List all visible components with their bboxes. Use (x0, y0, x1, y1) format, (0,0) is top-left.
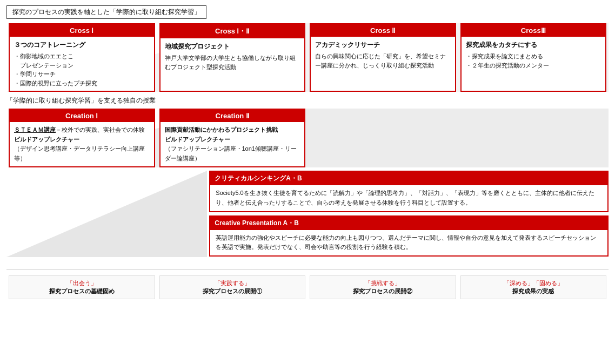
creation-1-underline: ＳＴＥＡＭ講座 (14, 126, 56, 133)
cross-box-1: Cross Ⅰ ３つのコアトレーニング ・御影地域のエエとこ プレゼンテーション… (9, 23, 155, 92)
footer-1-bottom: 探究プロセスの基礎固め (11, 287, 152, 295)
creation-1-rest: －校外での実践、実社会での体験 (56, 126, 145, 133)
cross-2-body: アカデミックリサーチ 自らの興味関心に応じた「研究」を、希望セミナー講座に分かれ… (311, 37, 455, 73)
cross-1-line-1: ・御影地域のエエとこ (14, 52, 150, 61)
cross-3-line-2: ・２年生の探究活動のメンター (466, 61, 601, 70)
lower-section: クリティカルシンキングA・B Society5.0を生き抜く生徒を育てるために「… (6, 171, 609, 259)
cross-3-line-1: ・探究成果を論文にまとめる (466, 52, 601, 61)
footer-labels: 「出会う」 探究プロセスの基礎固め 「実践する」 探究プロセスの展開① 「挑戦す… (6, 269, 609, 299)
cross-3-body: 探究成果をカタチにする ・探究成果を論文にまとめる ・２年生の探究活動のメンター (462, 37, 606, 73)
footer-item-1: 「出会う」 探究プロセスの基礎固め (9, 275, 155, 299)
creation-2-subtitle: ビルドアップレクチャー (165, 135, 300, 145)
cross-1-2-title: 地域探究プロジェクト (165, 42, 300, 51)
cross-3-title: 探究成果をカタチにする (466, 40, 601, 50)
creation-box-1: Creation Ⅰ ＳＴＥＡＭ講座－校外での実践、実社会での体験 ビルドアップ… (9, 109, 155, 167)
creation-2-sub-detail: （ファシリテーション講座・1on1傾聴講座・リーダー論講座） (165, 144, 300, 163)
cross-1-header: Cross Ⅰ (10, 24, 154, 37)
main-container: 探究のプロセスの実践を軸とした「学際的に取り組む探究学習」 Cross Ⅰ ３つ… (0, 0, 615, 305)
critical-thinking-box: クリティカルシンキングA・B Society5.0を生き抜く生徒を育てるために「… (209, 171, 609, 212)
cross-1-line-3: ・学問リサーチ (14, 70, 150, 79)
footer-item-3: 「挑戦する」 探究プロセスの展開② (310, 275, 456, 299)
creation-2-header: Creation Ⅱ (161, 110, 305, 122)
creation-right-space (308, 109, 609, 167)
cross-1-2-body: 地域探究プロジェクト 神戸大学文学部の大学生とも協働しながら取り組むプロジェクト… (161, 38, 305, 75)
middle-label: 「学際的に取り組む探究学習」を支える独自の授業 (6, 96, 609, 105)
cross-section: Cross Ⅰ ３つのコアトレーニング ・御影地域のエエとこ プレゼンテーション… (6, 23, 609, 92)
creation-box-2: Creation Ⅱ 国際貢献活動にかかわるプロジェクト挑戦 ビルドアップレクチ… (159, 109, 306, 167)
cross-box-2: Cross Ⅱ アカデミックリサーチ 自らの興味関心に応じた「研究」を、希望セミ… (310, 23, 456, 92)
cross-1-2-header: Cross Ⅰ・Ⅱ (161, 24, 305, 38)
creation-1-body: ＳＴＥＡＭ講座－校外での実践、実社会での体験 ビルドアップレクチャー （デザイン… (10, 122, 154, 166)
creation-1-sub-detail: （デザイン思考講座・データリテラシー向上講座 等） (14, 144, 150, 163)
top-label: 探究のプロセスの実践を軸とした「学際的に取り組む探究学習」 (6, 5, 206, 19)
cross-2-text: 自らの興味関心に応じた「研究」を、希望セミナー講座に分かれ、じっくり取り組む探究… (315, 52, 451, 70)
footer-4-top: 「深める」「固める」 (463, 279, 604, 287)
lower-left-diagonal (6, 171, 207, 259)
creation-1-subtitle: ビルドアップレクチャー (14, 135, 150, 145)
cross-1-line-2: プレゼンテーション (14, 61, 150, 70)
creation-2-title: 国際貢献活動にかかわるプロジェクト挑戦 (165, 125, 300, 135)
creative-presentation-header: Creative Presentation A・B (210, 217, 607, 230)
cross-2-header: Cross Ⅱ (311, 24, 455, 37)
creation-1-header: Creation Ⅰ (10, 110, 154, 122)
cross-2-title: アカデミックリサーチ (315, 40, 451, 50)
cross-grid: Cross Ⅰ ３つのコアトレーニング ・御影地域のエエとこ プレゼンテーション… (6, 23, 609, 92)
creation-1-main-text: ＳＴＥＡＭ講座－校外での実践、実社会での体験 (14, 125, 150, 135)
cross-box-3: CrossⅢ 探究成果をカタチにする ・探究成果を論文にまとめる ・２年生の探究… (460, 23, 607, 92)
critical-thinking-header: クリティカルシンキングA・B (210, 172, 607, 185)
cross-box-1-2: Cross Ⅰ・Ⅱ 地域探究プロジェクト 神戸大学文学部の大学生とも協働しながら… (159, 23, 306, 92)
footer-item-4: 「深める」「固める」 探究成果の実感 (460, 275, 607, 299)
cross-1-2-text: 神戸大学文学部の大学生とも協働しながら取り組むプロジェクト型探究活動 (165, 53, 300, 71)
cross-3-header: CrossⅢ (462, 24, 606, 37)
creation-2-body: 国際貢献活動にかかわるプロジェクト挑戦 ビルドアップレクチャー （ファシリテーシ… (161, 122, 305, 166)
creative-presentation-body: 英語運用能力の強化やスピーチに必要な能力の向上も図りつつ、選んだテーマに関し、情… (210, 230, 607, 255)
creative-presentation-box: Creative Presentation A・B 英語運用能力の強化やスピーチ… (209, 215, 609, 257)
footer-3-bottom: 探究プロセスの展開② (312, 287, 453, 295)
lower-right-boxes: クリティカルシンキングA・B Society5.0を生き抜く生徒を育てるために「… (209, 171, 609, 259)
footer-2-top: 「実践する」 (162, 279, 303, 287)
cross-1-title: ３つのコアトレーニング (14, 40, 150, 50)
creation-row: Creation Ⅰ ＳＴＥＡＭ講座－校外での実践、実社会での体験 ビルドアップ… (6, 109, 609, 167)
cross-1-line-4: ・国際的視野に立ったプチ探究 (14, 79, 150, 88)
footer-1-top: 「出会う」 (11, 279, 152, 287)
svg-marker-2 (6, 171, 207, 257)
footer-3-top: 「挑戦する」 (312, 279, 453, 287)
cross-1-body: ３つのコアトレーニング ・御影地域のエエとこ プレゼンテーション ・学問リサーチ… (10, 37, 154, 91)
critical-thinking-body: Society5.0を生き抜く生徒を育てるために「読解力」や「論理的思考力」、「… (210, 185, 607, 211)
footer-4-bottom: 探究成果の実感 (463, 287, 604, 295)
footer-item-2: 「実践する」 探究プロセスの展開① (159, 275, 306, 299)
lower-diagonal-svg (6, 171, 207, 257)
footer-2-bottom: 探究プロセスの展開① (162, 287, 303, 295)
creation-section: Creation Ⅰ ＳＴＥＡＭ講座－校外での実践、実社会での体験 ビルドアップ… (6, 109, 609, 167)
